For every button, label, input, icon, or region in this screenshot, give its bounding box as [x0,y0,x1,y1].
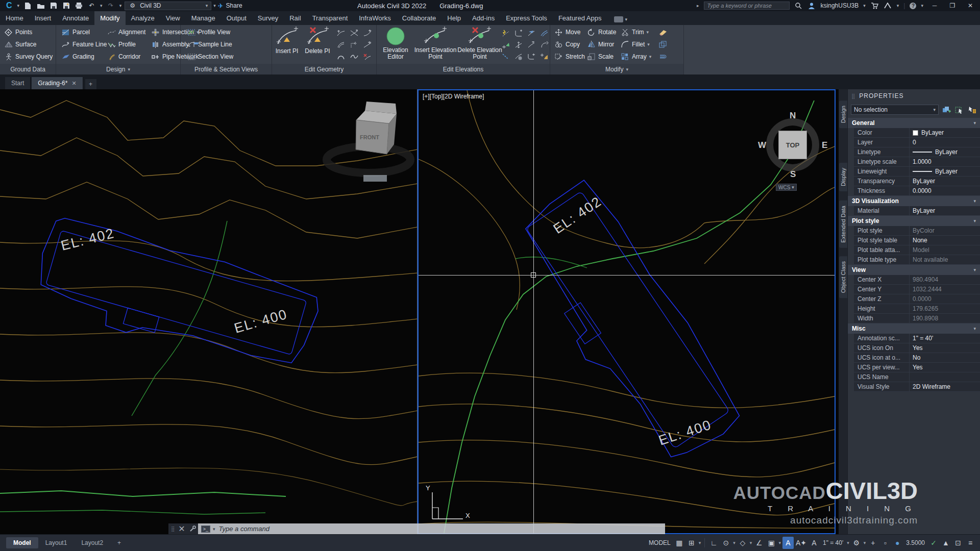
search-input[interactable] [706,2,787,9]
workspace-switcher[interactable]: ⚙ Civil 3D ▾ [125,2,211,10]
new-layout-button[interactable]: + [110,537,128,548]
viewcube-south[interactable]: S [790,169,796,180]
help-icon[interactable]: ? [910,3,916,9]
tab-home[interactable]: Home [0,11,29,25]
viewcube-top-face[interactable]: TOP [778,131,807,159]
ortho-mode-icon[interactable]: ∟ [708,537,719,549]
edit-elevations-tool-icon[interactable] [527,53,535,61]
side-tab-design[interactable]: Design [839,101,847,128]
assembly-button[interactable]: Assembly [151,38,180,51]
property-row-thickness[interactable]: Thickness0.0000 [854,186,980,196]
redo-icon[interactable]: ↷ [107,2,115,10]
edit-elevations-tool-icon[interactable] [527,29,535,37]
palette-header[interactable]: ⣿ PROPERTIES [848,89,980,103]
selection-dropdown[interactable]: No selection▾ [851,105,939,115]
user-menu-chevron-icon[interactable]: ▾ [863,3,866,8]
edit-elevations-tool-icon[interactable] [540,41,548,49]
edit-elevations-tool-icon[interactable] [540,53,548,61]
edit-geometry-tool-icon[interactable] [363,53,372,61]
app-store-cart-icon[interactable] [870,2,879,10]
property-row-ucs-icon-on[interactable]: UCS icon OnYes [854,343,980,353]
tab-transparent[interactable]: Transparent [307,11,354,25]
panel-label-edit-elevations[interactable]: Edit Elevations [377,64,550,74]
file-tab-drawing[interactable]: Grading-6*✕ [32,77,83,89]
edit-elevations-tool-icon[interactable] [501,41,510,49]
intersection-button[interactable]: Intersection▾ [151,26,180,38]
close-tab-icon[interactable]: ✕ [71,80,76,87]
viewcube-west[interactable]: W [758,140,766,151]
command-grip-icon[interactable]: ⣿ [171,526,175,532]
tab-survey[interactable]: Survey [252,11,284,25]
redo-chevron-icon[interactable]: ▾ [119,3,122,8]
sample-line-button[interactable]: Sample Line [187,38,233,51]
tab-addins[interactable]: Add-ins [467,11,500,25]
parcel-button[interactable]: Parcel [61,26,107,38]
erase-button[interactable] [658,26,667,38]
command-line[interactable]: ⣿ ✕ >_ ▾ [168,523,665,534]
property-row-width[interactable]: Width190.8908 [854,314,980,323]
feature-line-button[interactable]: Feature Line [61,38,107,51]
search-expand-icon[interactable]: ▸ [697,3,699,8]
undo-chevron-icon[interactable]: ▾ [100,3,103,8]
annotation-autoscale-icon[interactable]: A✦ [795,537,807,549]
property-row-plot-table-type[interactable]: Plot table typeNot available [854,255,980,265]
trim-button[interactable]: Trim▾ [621,26,651,38]
tab-output[interactable]: Output [221,11,252,25]
user-avatar-icon[interactable] [807,2,816,10]
grading-button[interactable]: Grading [61,51,107,63]
edit-geometry-tool-icon[interactable] [337,53,346,61]
wcs-mini-badge[interactable] [363,175,387,182]
property-row-ucs-per-viewport[interactable]: UCS per view...Yes [854,363,980,372]
edit-elevations-tool-icon[interactable] [527,41,535,49]
property-row-plot-style[interactable]: Plot styleByColor [854,226,980,236]
units-icon[interactable]: ▲ [940,537,951,549]
civil3d-logo-icon[interactable]: C [3,1,13,10]
delete-pi-button[interactable]: Delete PI [302,27,333,55]
share-button[interactable]: ✈ Share [218,2,242,10]
quick-select-icon[interactable] [941,105,951,114]
annotation-scale-value[interactable]: 1" = 40' [821,539,845,546]
palette-grip-icon[interactable]: ⣿ [851,93,855,99]
rotate-button[interactable]: Rotate [587,26,616,38]
array-button[interactable]: Array▾ [621,51,651,63]
recent-commands-chevron-icon[interactable]: ▾ [213,527,215,532]
isolate-objects-icon[interactable]: ▫ [879,537,891,549]
tab-manage[interactable]: Manage [186,11,221,25]
corridor-button[interactable]: Corridor [107,51,145,63]
app-menu-chevron-icon[interactable]: ▾ [17,3,20,8]
panel-label-edit-geometry[interactable]: Edit Geometry [272,64,376,74]
restore-button[interactable]: ❐ [946,2,959,9]
object-snap-tracking-icon[interactable]: ∠ [753,537,765,549]
insert-pi-button[interactable]: Insert PI [271,27,303,55]
autodesk-logo-icon[interactable] [884,2,892,10]
move-button[interactable]: Move [554,26,585,38]
toggle-pickadd-icon[interactable] [967,105,977,114]
tab-rail[interactable]: Rail [284,11,306,25]
command-close-icon[interactable]: ✕ [178,524,185,534]
edit-geometry-tool-icon[interactable] [363,41,372,49]
clean-screen-icon[interactable]: + [867,537,878,549]
viewcube-north[interactable]: N [790,111,796,121]
elevation-globe-icon[interactable]: ● [892,537,903,549]
layout-tab-layout2[interactable]: Layout2 [74,537,110,548]
edit-geometry-tool-icon[interactable] [350,29,359,37]
help-search[interactable] [704,2,790,10]
elevation-editor-button[interactable]: Elevation Editor [377,27,414,60]
property-row-annotation-scale[interactable]: Annotation sc...1" = 40' [854,334,980,343]
panel-label-design[interactable]: Design▾ [56,64,180,74]
edit-elevations-tool-icon[interactable] [501,53,510,61]
property-row-center-x[interactable]: Center X980.4904 [854,275,980,285]
fullscreen-icon[interactable]: ⊡ [952,537,964,549]
tab-featured-apps[interactable]: Featured Apps [553,11,607,25]
edit-elevations-tool-icon[interactable] [514,29,523,37]
property-row-ucs-name[interactable]: UCS Name [854,372,980,382]
side-tab-object-class[interactable]: Object Class [839,256,847,298]
viewcube-east[interactable]: E [822,140,827,151]
color-swatch[interactable] [913,130,918,136]
panel-label-ground-data[interactable]: Ground Data [0,64,56,74]
edit-elevations-tool-icon[interactable] [514,53,523,61]
tab-help[interactable]: Help [442,11,467,25]
survey-query-button[interactable]: Survey Query [4,51,53,63]
edit-elevations-tool-icon[interactable] [514,41,523,49]
section-3d-visualization[interactable]: 3D Visualization▾ [848,196,980,206]
